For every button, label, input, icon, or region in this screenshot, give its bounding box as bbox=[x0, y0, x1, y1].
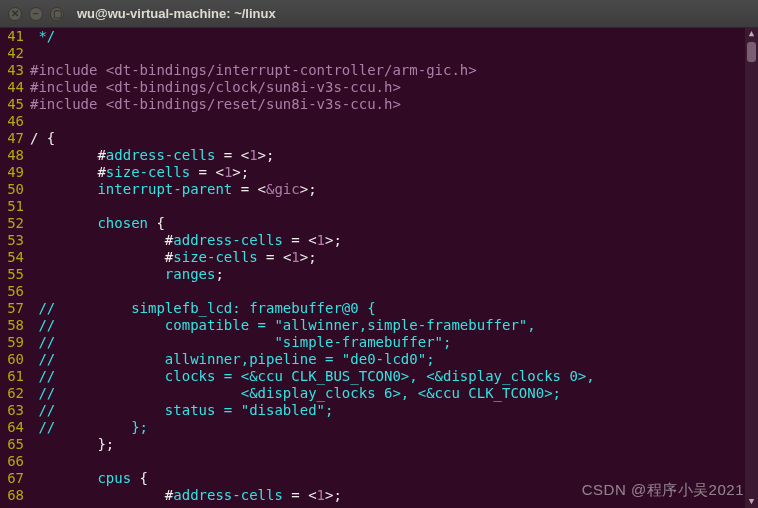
code-line[interactable]: #include <dt-bindings/interrupt-controll… bbox=[30, 62, 752, 79]
line-number: 44 bbox=[4, 79, 24, 96]
code-line[interactable] bbox=[30, 453, 752, 470]
line-number: 52 bbox=[4, 215, 24, 232]
line-number: 43 bbox=[4, 62, 24, 79]
line-number: 50 bbox=[4, 181, 24, 198]
line-number: 46 bbox=[4, 113, 24, 130]
line-number: 48 bbox=[4, 147, 24, 164]
code-line[interactable]: #size-cells = <1>; bbox=[30, 164, 752, 181]
code-line[interactable]: // clocks = <&ccu CLK_BUS_TCON0>, <&disp… bbox=[30, 368, 752, 385]
line-number: 62 bbox=[4, 385, 24, 402]
code-line[interactable]: // simplefb_lcd: framebuffer@0 { bbox=[30, 300, 752, 317]
line-number: 63 bbox=[4, 402, 24, 419]
line-number: 51 bbox=[4, 198, 24, 215]
window-titlebar: ✕ − ▢ wu@wu-virtual-machine: ~/linux bbox=[0, 0, 758, 28]
line-number: 47 bbox=[4, 130, 24, 147]
code-content[interactable]: */ #include <dt-bindings/interrupt-contr… bbox=[30, 28, 758, 508]
code-line[interactable]: // allwinner,pipeline = "de0-lcd0"; bbox=[30, 351, 752, 368]
minimize-icon[interactable]: − bbox=[29, 7, 43, 21]
code-line[interactable]: #include <dt-bindings/clock/sun8i-v3s-cc… bbox=[30, 79, 752, 96]
line-number: 67 bbox=[4, 470, 24, 487]
window-title: wu@wu-virtual-machine: ~/linux bbox=[77, 6, 276, 21]
code-line[interactable]: chosen { bbox=[30, 215, 752, 232]
line-number: 55 bbox=[4, 266, 24, 283]
code-line[interactable] bbox=[30, 113, 752, 130]
code-line[interactable]: // "simple-framebuffer"; bbox=[30, 334, 752, 351]
line-number: 56 bbox=[4, 283, 24, 300]
code-line[interactable]: }; bbox=[30, 436, 752, 453]
editor-area: 4142434445464748495051525354555657585960… bbox=[0, 28, 758, 508]
scrollbar-thumb[interactable] bbox=[747, 42, 756, 62]
line-number-gutter: 4142434445464748495051525354555657585960… bbox=[0, 28, 30, 508]
code-line[interactable]: // <&display_clocks 6>, <&ccu CLK_TCON0>… bbox=[30, 385, 752, 402]
vertical-scrollbar[interactable]: ▲ ▼ bbox=[745, 28, 758, 508]
code-line[interactable]: */ bbox=[30, 28, 752, 45]
code-line[interactable] bbox=[30, 283, 752, 300]
code-line[interactable]: #size-cells = <1>; bbox=[30, 249, 752, 266]
maximize-icon[interactable]: ▢ bbox=[50, 7, 64, 21]
code-line[interactable] bbox=[30, 45, 752, 62]
code-line[interactable]: ranges; bbox=[30, 266, 752, 283]
code-line[interactable]: // }; bbox=[30, 419, 752, 436]
scroll-up-icon[interactable]: ▲ bbox=[745, 28, 758, 40]
code-line[interactable]: interrupt-parent = <&gic>; bbox=[30, 181, 752, 198]
code-line[interactable]: / { bbox=[30, 130, 752, 147]
line-number: 59 bbox=[4, 334, 24, 351]
scroll-down-icon[interactable]: ▼ bbox=[745, 496, 758, 508]
close-icon[interactable]: ✕ bbox=[8, 7, 22, 21]
line-number: 68 bbox=[4, 487, 24, 504]
line-number: 45 bbox=[4, 96, 24, 113]
line-number: 58 bbox=[4, 317, 24, 334]
code-line[interactable] bbox=[30, 198, 752, 215]
line-number: 66 bbox=[4, 453, 24, 470]
code-line[interactable]: #include <dt-bindings/reset/sun8i-v3s-cc… bbox=[30, 96, 752, 113]
code-line[interactable]: #address-cells = <1>; bbox=[30, 147, 752, 164]
line-number: 64 bbox=[4, 419, 24, 436]
watermark-text: CSDN @程序小吴2021 bbox=[582, 481, 744, 500]
code-line[interactable]: // status = "disabled"; bbox=[30, 402, 752, 419]
line-number: 49 bbox=[4, 164, 24, 181]
line-number: 42 bbox=[4, 45, 24, 62]
line-number: 57 bbox=[4, 300, 24, 317]
line-number: 65 bbox=[4, 436, 24, 453]
line-number: 41 bbox=[4, 28, 24, 45]
line-number: 61 bbox=[4, 368, 24, 385]
line-number: 54 bbox=[4, 249, 24, 266]
code-line[interactable]: // compatible = "allwinner,simple-frameb… bbox=[30, 317, 752, 334]
code-line[interactable]: #address-cells = <1>; bbox=[30, 232, 752, 249]
line-number: 60 bbox=[4, 351, 24, 368]
line-number: 53 bbox=[4, 232, 24, 249]
